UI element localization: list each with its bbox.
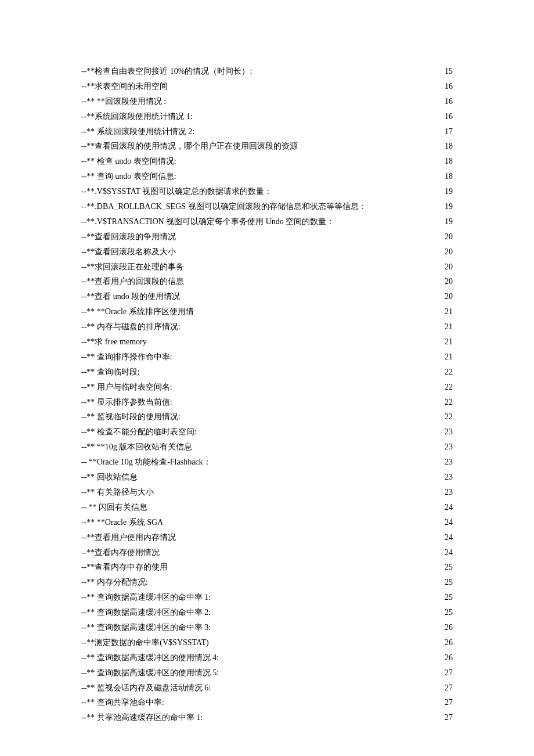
- toc-entry-page: 22: [445, 365, 453, 380]
- toc-entry-title: --** **10g 版本回收站有关信息: [81, 440, 192, 455]
- toc-entry-page: 23: [445, 440, 453, 455]
- toc-entry[interactable]: --**查看回滚段的使用情况，哪个用户正在使用回滚段的资源18: [81, 139, 453, 154]
- toc-entry[interactable]: --**查看内存中存的使用25: [81, 560, 453, 575]
- toc-entry-page: 18: [445, 169, 453, 184]
- toc-entry-page: 20: [445, 274, 453, 289]
- toc-leader-dots: [185, 261, 443, 269]
- toc-entry[interactable]: --** 检查不能分配的临时表空间:23: [81, 424, 453, 440]
- toc-leader-dots: [212, 592, 443, 600]
- toc-entry[interactable]: --** 查询数据高速缓冲区的使用情况 4:26: [81, 650, 453, 665]
- toc-entry-title: --**.DBA_ROLLBACK_SEGS 视图可以确定回滚段的存储信息和状态…: [81, 199, 367, 214]
- toc-entry[interactable]: --** **Oracle 系统 SGA24: [81, 515, 453, 530]
- toc-leader-dots: [212, 682, 443, 690]
- toc-entry[interactable]: --**求表空间的未用空间16: [81, 79, 453, 94]
- toc-entry[interactable]: -- ** 闪回有关信息24: [81, 500, 453, 515]
- toc-entry[interactable]: --** **Oracle 系统排序区使用情21: [81, 304, 453, 319]
- toc-leader-dots: [169, 561, 443, 570]
- toc-entry-title: --**查看用户的回滚段的信息: [81, 274, 184, 289]
- toc-entry[interactable]: --** 查询排序操作命中率:21: [81, 350, 453, 365]
- toc-leader-dots: [273, 186, 443, 194]
- toc-entry-title: --** **Oracle 系统 SGA: [81, 515, 163, 530]
- toc-entry-page: 23: [445, 470, 453, 485]
- toc-entry-page: 15: [445, 64, 453, 79]
- toc-entry[interactable]: --** 有关路径与大小23: [81, 485, 453, 500]
- toc-entry-title: --** 用户与临时表空间名:: [81, 380, 172, 395]
- toc-entry[interactable]: --**.V$SYSSTAT 视图可以确定总的数据请求的数量：19: [81, 184, 453, 199]
- toc-entry[interactable]: --** 显示排序参数当前值:22: [81, 395, 453, 410]
- toc-entry[interactable]: --** **10g 版本回收站有关信息23: [81, 440, 453, 455]
- toc-entry-title: --** 查询数据高速缓冲区的使用情况 4:: [81, 650, 219, 665]
- toc-entry-title: --** 检查 undo 表空间情况:: [81, 154, 176, 169]
- toc-entry[interactable]: --**求回滚段正在处理的事务20: [81, 260, 453, 275]
- toc-entry[interactable]: --** 内存分配情况:25: [81, 575, 453, 590]
- toc-entry[interactable]: --**求 free memory21: [81, 334, 453, 350]
- toc-entry[interactable]: --** 查询数据高速缓冲区的命中率 2:25: [81, 605, 453, 620]
- toc-entry[interactable]: --**.DBA_ROLLBACK_SEGS 视图可以确定回滚段的存储信息和状态…: [81, 199, 453, 214]
- toc-entry-title: --** 系统回滚段使用统计情况 2:: [81, 124, 194, 139]
- toc-entry[interactable]: --** 检查 undo 表空间情况:18: [81, 154, 453, 169]
- toc-entry[interactable]: --**查看回滚段名称及大小20: [81, 244, 453, 260]
- toc-entry-title: --** 查询数据高速缓冲区的命中率 3:: [81, 620, 211, 635]
- toc-entry[interactable]: --** 查询临时段:22: [81, 365, 453, 380]
- toc-leader-dots: [253, 66, 443, 74]
- toc-entry[interactable]: --**测定数据的命中率(V$SYSSTAT)26: [81, 635, 453, 650]
- toc-entry-title: --** **回滚段使用情况 :: [81, 94, 166, 109]
- toc-entry[interactable]: --** 用户与临时表空间名:22: [81, 380, 453, 395]
- toc-entry-page: 26: [445, 620, 453, 635]
- toc-entry-page: 27: [445, 710, 453, 725]
- toc-leader-dots: [164, 517, 443, 525]
- toc-entry[interactable]: --** 回收站信息23: [81, 470, 453, 485]
- toc-entry-title: --**检查自由表空间接近 10%的情况（时间长）:: [81, 64, 252, 79]
- toc-entry-title: --** 查询共享池命中率:: [81, 695, 164, 710]
- toc-entry-title: --**.V$SYSSTAT 视图可以确定总的数据请求的数量：: [81, 184, 272, 199]
- toc-leader-dots: [212, 622, 443, 630]
- toc-leader-dots: [178, 171, 443, 179]
- toc-leader-dots: [182, 321, 443, 329]
- toc-entry[interactable]: --** 查询数据高速缓冲区的命中率 1:25: [81, 590, 453, 605]
- toc-leader-dots: [185, 276, 443, 284]
- toc-leader-dots: [149, 502, 443, 510]
- toc-entry[interactable]: --**查看回滚段的争用情况20: [81, 229, 453, 244]
- toc-leader-dots: [210, 637, 443, 645]
- toc-entry[interactable]: --**查看用户的回滚段的信息20: [81, 274, 453, 289]
- toc-entry-page: 24: [445, 545, 453, 560]
- toc-entry-page: 20: [445, 289, 453, 304]
- toc-entry[interactable]: --** 查询 undo 表空间信息:18: [81, 169, 453, 184]
- toc-entry[interactable]: --**系统回滚段使用统计情况 1:16: [81, 109, 453, 124]
- toc-entry-page: 18: [445, 154, 453, 169]
- toc-entry-page: 19: [445, 184, 453, 199]
- toc-leader-dots: [174, 351, 443, 359]
- toc-entry-page: 25: [445, 590, 453, 605]
- toc-entry[interactable]: --**检查自由表空间接近 10%的情况（时间长）:15: [81, 64, 453, 79]
- toc-leader-dots: [141, 366, 443, 375]
- toc-entry-title: --**求 free memory: [81, 334, 147, 350]
- toc-entry[interactable]: --**查看用户使用内存情况24: [81, 530, 453, 545]
- toc-entry[interactable]: --**查看 undo 段的使用情况20: [81, 289, 453, 304]
- toc-entry[interactable]: --**.V$TRANSACTION 视图可以确定每个事务使用 Undo 空间的…: [81, 214, 453, 229]
- toc-entry[interactable]: --** **回滚段使用情况 :16: [81, 94, 453, 109]
- toc-entry-page: 23: [445, 424, 453, 440]
- toc-leader-dots: [177, 231, 443, 239]
- toc-entry[interactable]: --** 共享池高速缓存区的命中率 1:27: [81, 710, 453, 725]
- toc-entry[interactable]: -- **Oracle 10g 功能检查-Flashback：23: [81, 455, 453, 470]
- toc-entry[interactable]: --** 内存与磁盘的排序情况:21: [81, 319, 453, 334]
- toc-entry-title: --**查看内存中存的使用: [81, 560, 168, 575]
- toc-entry-page: 22: [445, 380, 453, 395]
- toc-entry-page: 16: [445, 94, 453, 109]
- toc-entry[interactable]: --** 查询数据高速缓冲区的使用情况 5:27: [81, 665, 453, 681]
- toc-entry[interactable]: --** 查询共享池命中率:27: [81, 695, 453, 710]
- toc-entry[interactable]: --** 监视临时段的使用情况:22: [81, 409, 453, 424]
- toc-leader-dots: [368, 201, 443, 209]
- toc-leader-dots: [212, 456, 443, 465]
- toc-entry[interactable]: --**查看内存使用情况24: [81, 545, 453, 560]
- toc-entry-title: --** 查询 undo 表空间信息:: [81, 169, 176, 184]
- toc-entry[interactable]: --** 查询数据高速缓冲区的命中率 3:26: [81, 620, 453, 635]
- toc-entry-page: 24: [445, 500, 453, 515]
- toc-entry-title: --**.V$TRANSACTION 视图可以确定每个事务使用 Undo 空间的…: [81, 214, 334, 229]
- toc-entry-page: 22: [445, 409, 453, 424]
- toc-leader-dots: [169, 81, 443, 89]
- toc-entry[interactable]: --** 系统回滚段使用统计情况 2:17: [81, 124, 453, 139]
- toc-entry-page: 24: [445, 515, 453, 530]
- toc-entry[interactable]: --** 监视会话内存及磁盘活动情况 6:27: [81, 681, 453, 696]
- toc-entry-title: -- **Oracle 10g 功能检查-Flashback：: [81, 455, 211, 470]
